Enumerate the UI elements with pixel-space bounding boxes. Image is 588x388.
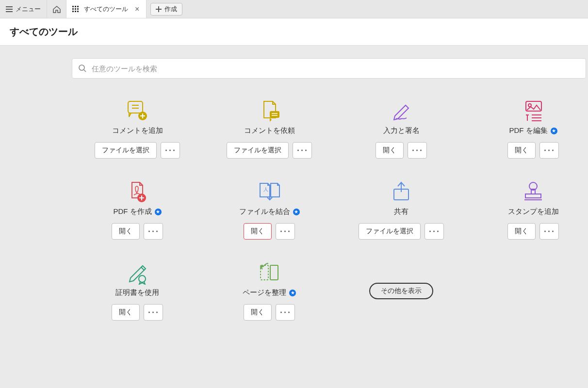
tool-title: スタンプを追加 [508,207,559,216]
tool-title: 入力と署名 [383,126,420,135]
svg-rect-1 [75,6,76,7]
search-box[interactable] [72,58,586,79]
content: コメントを追加 ファイルを選択 ･･･ コメントを依頼 ファイルを選択 ･･･ … [0,46,588,321]
more-button[interactable]: ･･･ [276,223,295,240]
create-label: 作成 [164,5,177,14]
search-icon [78,64,87,73]
premium-badge-icon: ★ [551,128,557,134]
more-button[interactable]: ･･･ [293,142,312,159]
svg-rect-7 [75,11,76,12]
home-button[interactable] [47,0,66,18]
svg-rect-5 [77,8,79,10]
tools-grid: コメントを追加 ファイルを選択 ･･･ コメントを依頼 ファイルを選択 ･･･ … [72,99,588,321]
page-title: すべてのツール [0,18,588,46]
premium-badge-icon: ★ [289,290,296,296]
tool-title: 共有 [394,207,408,216]
tool-title: ファイルを結合 ★ [239,207,300,216]
hamburger-icon [6,6,13,12]
search-input[interactable] [92,65,580,73]
tool-edit-pdf: PDF を編集 ★ 開く ･･･ [468,99,588,159]
grid-icon [72,6,79,13]
tool-title: 証明書を使用 [115,288,159,297]
open-button[interactable]: 開く [507,223,536,240]
tab-all-tools[interactable]: すべてのツール × [66,0,147,18]
more-button[interactable]: ･･･ [539,142,559,159]
select-file-button[interactable]: ファイルを選択 [95,142,157,159]
create-button[interactable]: 作成 [150,3,182,16]
tool-request-comment: コメントを依頼 ファイルを選択 ･･･ [204,99,335,159]
comment-add-icon [125,99,149,123]
svg-point-19 [139,275,146,282]
open-button[interactable]: 開く [244,223,272,240]
edit-pdf-icon [521,99,545,123]
svg-rect-10 [128,101,143,113]
topbar: メニュー すべてのツール × 作成 [0,0,588,18]
more-button[interactable]: ･･･ [144,304,163,321]
tab-label: すべてのツール [84,5,128,14]
tool-title: コメントを追加 [112,126,163,135]
svg-rect-2 [77,6,79,7]
premium-badge-icon: ★ [293,209,300,215]
plus-icon [156,6,162,12]
menu-button[interactable]: メニュー [0,0,47,18]
open-button[interactable]: 開く [112,304,140,321]
tool-combine-files: 人 ファイルを結合 ★ 開く ･･･ [204,180,335,240]
tool-title: PDF を編集 ★ [509,126,557,135]
certificate-icon [125,261,150,285]
more-button[interactable]: ･･･ [539,223,559,240]
svg-rect-6 [72,11,74,12]
svg-rect-3 [72,8,74,10]
tool-add-stamp: スタンプを追加 開く ･･･ [468,180,588,240]
comment-request-icon [257,99,281,123]
create-pdf-icon [125,180,149,204]
svg-rect-4 [75,8,76,10]
show-more-cell: その他を表示 [336,261,467,321]
close-icon[interactable]: × [133,5,141,14]
premium-badge-icon: ★ [155,209,162,215]
more-button[interactable]: ･･･ [161,142,180,159]
share-icon [389,180,413,204]
svg-rect-8 [77,11,79,12]
show-more-button[interactable]: その他を表示 [369,283,433,299]
svg-rect-12 [270,111,279,118]
tool-fill-sign: 入力と署名 開く ･･･ [336,99,467,159]
stamp-icon [521,180,546,204]
svg-rect-20 [270,265,278,280]
open-button[interactable]: 開く [244,304,272,321]
organize-pages-icon [257,261,282,285]
fill-sign-icon [389,99,413,123]
select-file-button[interactable]: ファイルを選択 [359,223,421,240]
open-button[interactable]: 開く [112,223,140,240]
select-file-button[interactable]: ファイルを選択 [227,142,289,159]
svg-point-9 [79,65,84,70]
tool-title: コメントを依頼 [244,126,295,135]
svg-rect-0 [72,6,74,7]
tool-title: PDF を作成 ★ [113,207,161,216]
tool-share: 共有 ファイルを選択 ･･･ [336,180,467,240]
menu-label: メニュー [16,5,41,14]
more-button[interactable]: ･･･ [144,223,163,240]
tool-use-certificate: 証明書を使用 開く ･･･ [72,261,203,321]
tool-add-comment: コメントを追加 ファイルを選択 ･･･ [72,99,203,159]
tool-title: ページを整理 ★ [243,288,296,297]
tool-organize-pages: ページを整理 ★ 開く ･･･ [204,261,335,321]
open-button[interactable]: 開く [376,142,404,159]
home-icon [52,5,61,13]
more-button[interactable]: ･･･ [276,304,295,321]
tool-create-pdf: PDF を作成 ★ 開く ･･･ [72,180,203,240]
combine-files-icon: 人 [256,180,282,204]
svg-text:人: 人 [263,187,268,192]
open-button[interactable]: 開く [507,142,536,159]
more-button[interactable]: ･･･ [425,223,444,240]
more-button[interactable]: ･･･ [408,142,427,159]
